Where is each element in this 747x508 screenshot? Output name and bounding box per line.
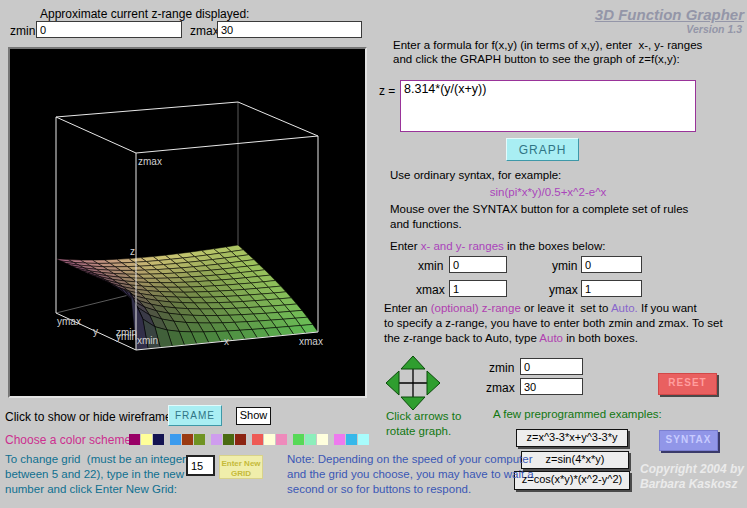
color-swatch[interactable] bbox=[182, 434, 193, 445]
rotate-caption-line2: rotate graph. bbox=[386, 424, 451, 439]
zrange-note-line1: Enter an (optional) z-range or leave it … bbox=[384, 301, 697, 316]
syntax-button[interactable]: SYNTAX bbox=[659, 430, 718, 451]
axis-label-z: z bbox=[130, 246, 135, 257]
color-swatch[interactable] bbox=[170, 434, 181, 445]
copyright-line2: Barbara Kaskosz bbox=[640, 477, 737, 492]
grid-text-line2: between 5 and 22), type in the new bbox=[5, 467, 184, 482]
frame-button[interactable]: FRAME bbox=[168, 405, 222, 426]
rotate-left-arrow[interactable] bbox=[386, 371, 399, 395]
zrange-note-seg: or leave it set to bbox=[521, 302, 611, 314]
syntax-example: sin(pi*x*y)/0.5+x^2-e^x bbox=[400, 185, 696, 200]
color-swatch[interactable] bbox=[293, 434, 304, 445]
graph-button[interactable]: GRAPH bbox=[506, 138, 579, 161]
zrange-note-line3: the z-range back to Auto, type Auto in b… bbox=[384, 331, 638, 346]
zmin-display-label: zmin bbox=[10, 24, 35, 38]
color-swatch[interactable] bbox=[194, 434, 205, 445]
wireframe-status-box: Show bbox=[236, 407, 271, 425]
color-swatch[interactable] bbox=[235, 434, 246, 445]
cube-edge bbox=[56, 102, 238, 117]
zrange-note-auto2: Auto bbox=[539, 332, 563, 344]
xmin-input[interactable] bbox=[449, 256, 507, 273]
formula-input[interactable]: 8.314*(y/(x+y)) bbox=[400, 80, 696, 132]
axis-label-ymax: ymax bbox=[57, 316, 81, 327]
color-swatch[interactable] bbox=[305, 434, 316, 445]
cube-edge bbox=[56, 117, 136, 153]
plot-3d-surface: zmaxzymaxyzminyminxminxxmax bbox=[10, 49, 365, 396]
note-line3: second or so for buttons to respond. bbox=[287, 482, 471, 497]
zrange-note-line2: to specify a z-range, you have to enter … bbox=[384, 316, 723, 331]
zrange-note-optional: (optional) z-range bbox=[431, 302, 521, 314]
color-swatch[interactable] bbox=[358, 434, 369, 445]
ordinary-syntax-label: Use ordinary syntax, for example: bbox=[390, 168, 561, 183]
color-swatch[interactable] bbox=[317, 434, 328, 445]
zmax-display-label: zmax bbox=[190, 24, 219, 38]
axis-label-xmax: xmax bbox=[299, 336, 323, 347]
mouse-over-line1: Mouse over the SYNTAX button for a compl… bbox=[390, 202, 688, 217]
rotate-right-arrow[interactable] bbox=[427, 371, 440, 395]
color-swatch[interactable] bbox=[141, 434, 152, 445]
zmax-range-label: zmax bbox=[486, 381, 515, 395]
zrange-note-seg: in both boxes. bbox=[563, 332, 638, 344]
axis-label-ymin: ymin bbox=[116, 331, 137, 342]
color-swatch-row bbox=[129, 434, 375, 445]
note-line1: Note: Depending on the speed of your com… bbox=[287, 452, 533, 467]
grid-text-line1: To change grid (must be an integer bbox=[5, 452, 186, 467]
ymin-input[interactable] bbox=[581, 256, 642, 273]
zmax-display-input[interactable] bbox=[217, 21, 362, 38]
example-button-1[interactable]: z=x^3-3*x+y^3-3*y bbox=[516, 429, 628, 447]
xmin-label: xmin bbox=[418, 259, 443, 273]
zmin-display-input[interactable] bbox=[36, 21, 182, 38]
color-swatch[interactable] bbox=[153, 434, 164, 445]
axis-label-x: x bbox=[224, 336, 229, 347]
note-line2: and the grid you choose, you may have to… bbox=[287, 467, 534, 482]
zmin-range-label: zmin bbox=[489, 361, 514, 375]
example-button-2[interactable]: z=sin(4*x*y) bbox=[521, 451, 629, 469]
mouse-over-line2: and functions. bbox=[390, 217, 462, 232]
xmax-input[interactable] bbox=[449, 280, 507, 297]
app-window: Approximate current z-range displayed: z… bbox=[0, 0, 747, 508]
formula-intro-line1: Enter a formula for f(x,y) (in terms of … bbox=[393, 38, 702, 53]
z-equals-label: z = bbox=[379, 84, 395, 98]
color-swatch[interactable] bbox=[252, 434, 263, 445]
plot-panel: zmaxzymaxyzminyminxminxxmax bbox=[8, 47, 367, 398]
color-swatch[interactable] bbox=[334, 434, 345, 445]
color-swatch[interactable] bbox=[129, 434, 140, 445]
color-swatch[interactable] bbox=[264, 434, 275, 445]
color-scheme-label: Choose a color scheme: bbox=[5, 433, 134, 447]
zrange-note-auto: Auto. bbox=[611, 302, 638, 314]
ymax-input[interactable] bbox=[581, 280, 642, 297]
xmax-label: xmax bbox=[416, 283, 445, 297]
enter-new-grid-button[interactable]: Enter NewGRID bbox=[219, 455, 263, 479]
rotate-up-arrow[interactable] bbox=[401, 356, 425, 369]
axis-label-zmax: zmax bbox=[138, 156, 162, 167]
wireframe-label: Click to show or hide wireframe: bbox=[5, 410, 175, 424]
grid-size-input[interactable] bbox=[186, 455, 215, 476]
app-version: Version 1.3 bbox=[500, 23, 742, 35]
axis-label-y: y bbox=[93, 326, 98, 337]
grid-button-line2: GRID bbox=[231, 469, 251, 478]
app-title: 3D Function Grapher bbox=[500, 6, 744, 23]
color-swatch[interactable] bbox=[223, 434, 234, 445]
formula-intro-line2: and click the GRAPH button to see the gr… bbox=[393, 52, 680, 67]
rotate-arrow-pad bbox=[386, 356, 440, 410]
cube-edge bbox=[136, 136, 318, 153]
zrange-note-seg: Enter an bbox=[384, 302, 431, 314]
ranges-intro-pre: Enter bbox=[390, 240, 421, 252]
copyright-line1: Copyright 2004 by bbox=[640, 462, 744, 477]
examples-heading: A few preprogrammed examples: bbox=[493, 407, 662, 422]
ranges-intro-post: in the boxes below: bbox=[504, 240, 606, 252]
reset-button[interactable]: RESET bbox=[658, 373, 717, 395]
grid-button-line1: Enter New bbox=[221, 459, 260, 468]
zrange-note-seg: If you want bbox=[638, 302, 697, 314]
zmax-range-input[interactable] bbox=[520, 378, 583, 395]
ymin-label: ymin bbox=[552, 259, 577, 273]
color-swatch[interactable] bbox=[346, 434, 357, 445]
color-swatch[interactable] bbox=[276, 434, 287, 445]
ranges-intro-highlight: x- and y- ranges bbox=[421, 240, 504, 252]
zmin-range-input[interactable] bbox=[520, 358, 583, 375]
zrange-note-seg: the z-range back to Auto, type bbox=[384, 332, 539, 344]
color-swatch[interactable] bbox=[211, 434, 222, 445]
axis-label-xmin: xmin bbox=[137, 335, 158, 346]
cube-edge bbox=[238, 102, 318, 136]
ymax-label: ymax bbox=[549, 283, 578, 297]
